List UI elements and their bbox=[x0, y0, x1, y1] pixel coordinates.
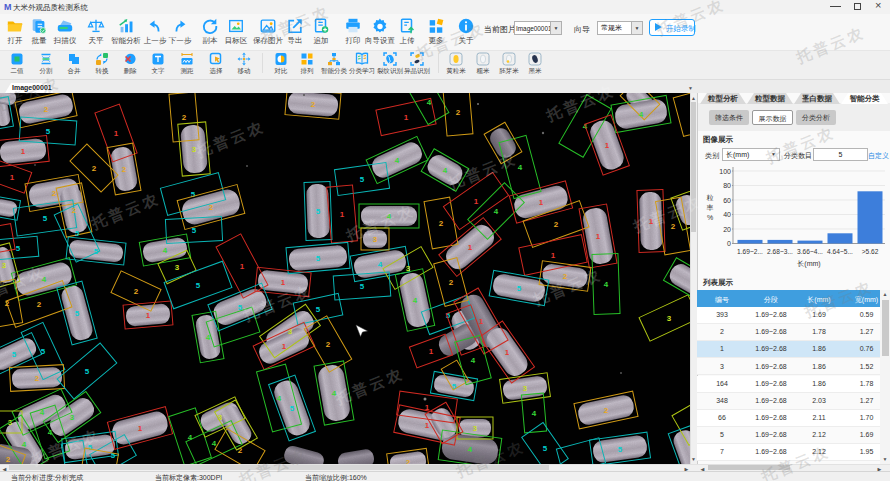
svg-text:3: 3 bbox=[523, 384, 528, 393]
svg-text:1.69~2...: 1.69~2... bbox=[737, 248, 763, 255]
svg-text:1: 1 bbox=[429, 347, 434, 356]
svg-text:2: 2 bbox=[554, 220, 559, 229]
svg-text:5: 5 bbox=[316, 305, 321, 314]
svg-text:2: 2 bbox=[6, 455, 11, 464]
svg-text:2: 2 bbox=[449, 278, 454, 287]
svg-text:5: 5 bbox=[316, 207, 321, 216]
svg-text:4: 4 bbox=[471, 356, 476, 365]
svg-text:4: 4 bbox=[277, 394, 282, 403]
svg-text:3: 3 bbox=[175, 263, 180, 272]
svg-text:1: 1 bbox=[282, 342, 287, 351]
svg-text:3: 3 bbox=[667, 314, 672, 323]
svg-text:5: 5 bbox=[290, 404, 295, 413]
svg-text:5: 5 bbox=[75, 309, 80, 318]
svg-text:5: 5 bbox=[16, 244, 21, 253]
svg-text:1: 1 bbox=[551, 251, 556, 260]
svg-text:>5.62: >5.62 bbox=[862, 248, 879, 255]
svg-text:1: 1 bbox=[138, 424, 143, 433]
svg-text:5: 5 bbox=[75, 229, 80, 238]
svg-text:5: 5 bbox=[316, 254, 321, 263]
svg-text:5: 5 bbox=[196, 281, 201, 290]
svg-text:1: 1 bbox=[539, 198, 544, 207]
svg-text:80: 80 bbox=[723, 182, 731, 189]
svg-text:3: 3 bbox=[2, 261, 7, 270]
svg-text:5: 5 bbox=[517, 284, 522, 293]
svg-text:2: 2 bbox=[209, 203, 214, 212]
svg-text:2: 2 bbox=[92, 164, 97, 173]
svg-text:5: 5 bbox=[94, 247, 99, 256]
svg-text:2.68~3...: 2.68~3... bbox=[767, 248, 793, 255]
svg-text:1: 1 bbox=[10, 173, 15, 182]
svg-text:5: 5 bbox=[41, 347, 46, 356]
svg-text:长(mm): 长(mm) bbox=[797, 260, 820, 268]
svg-text:1: 1 bbox=[240, 262, 245, 271]
svg-text:1: 1 bbox=[114, 129, 119, 138]
svg-text:4: 4 bbox=[427, 98, 432, 107]
svg-text:4: 4 bbox=[413, 296, 418, 305]
svg-text:2: 2 bbox=[44, 105, 49, 114]
svg-text:4: 4 bbox=[494, 207, 499, 216]
svg-text:4: 4 bbox=[212, 439, 217, 448]
svg-text:60: 60 bbox=[723, 197, 731, 204]
svg-text:5: 5 bbox=[543, 444, 548, 453]
svg-text:1: 1 bbox=[479, 317, 484, 326]
svg-text:2: 2 bbox=[326, 340, 331, 349]
svg-text:2: 2 bbox=[311, 100, 316, 109]
svg-text:1: 1 bbox=[474, 197, 479, 206]
svg-text:2: 2 bbox=[37, 300, 42, 309]
svg-text:5: 5 bbox=[12, 350, 17, 359]
svg-text:5: 5 bbox=[618, 445, 623, 454]
svg-text:5: 5 bbox=[360, 175, 365, 184]
svg-text:1: 1 bbox=[146, 311, 151, 320]
svg-text:4: 4 bbox=[532, 409, 537, 418]
svg-text:4: 4 bbox=[22, 440, 27, 449]
svg-text:2: 2 bbox=[134, 287, 139, 296]
svg-text:1: 1 bbox=[605, 141, 610, 150]
svg-text:2: 2 bbox=[35, 374, 40, 383]
svg-text:4: 4 bbox=[163, 246, 168, 255]
svg-text:20: 20 bbox=[723, 226, 731, 233]
svg-text:4: 4 bbox=[378, 260, 383, 269]
svg-text:5: 5 bbox=[192, 226, 197, 235]
svg-text:率: 率 bbox=[707, 204, 714, 211]
svg-text:1: 1 bbox=[404, 113, 409, 122]
svg-text:4: 4 bbox=[395, 156, 400, 165]
svg-text:4.64~5...: 4.64~5... bbox=[827, 248, 853, 255]
svg-text:5: 5 bbox=[46, 127, 51, 136]
svg-text:1: 1 bbox=[21, 147, 26, 156]
svg-text:5: 5 bbox=[85, 367, 90, 376]
svg-text:1: 1 bbox=[596, 232, 601, 241]
svg-text:1: 1 bbox=[340, 210, 345, 219]
svg-text:3.66~4...: 3.66~4... bbox=[797, 248, 823, 255]
svg-text:%: % bbox=[707, 214, 713, 221]
svg-text:3: 3 bbox=[473, 424, 478, 433]
svg-text:2: 2 bbox=[604, 406, 609, 415]
svg-text:1: 1 bbox=[468, 243, 473, 252]
svg-text:2: 2 bbox=[456, 108, 461, 117]
svg-text:2: 2 bbox=[122, 165, 127, 174]
svg-text:4: 4 bbox=[443, 166, 448, 175]
svg-text:4: 4 bbox=[639, 110, 644, 119]
svg-text:2: 2 bbox=[5, 299, 10, 308]
svg-text:1: 1 bbox=[425, 403, 430, 412]
svg-text:100: 100 bbox=[719, 168, 731, 175]
svg-text:1: 1 bbox=[281, 278, 286, 287]
svg-text:2: 2 bbox=[439, 219, 444, 228]
svg-text:4: 4 bbox=[468, 445, 473, 454]
svg-text:5: 5 bbox=[360, 282, 365, 291]
svg-text:2: 2 bbox=[182, 113, 187, 122]
svg-text:粒: 粒 bbox=[707, 194, 714, 201]
svg-text:5: 5 bbox=[111, 451, 116, 460]
svg-text:40: 40 bbox=[723, 211, 731, 218]
svg-text:3: 3 bbox=[70, 413, 75, 422]
svg-text:1: 1 bbox=[505, 348, 510, 357]
svg-text:3: 3 bbox=[218, 413, 223, 422]
svg-text:0: 0 bbox=[727, 240, 731, 247]
svg-text:5: 5 bbox=[43, 214, 48, 223]
